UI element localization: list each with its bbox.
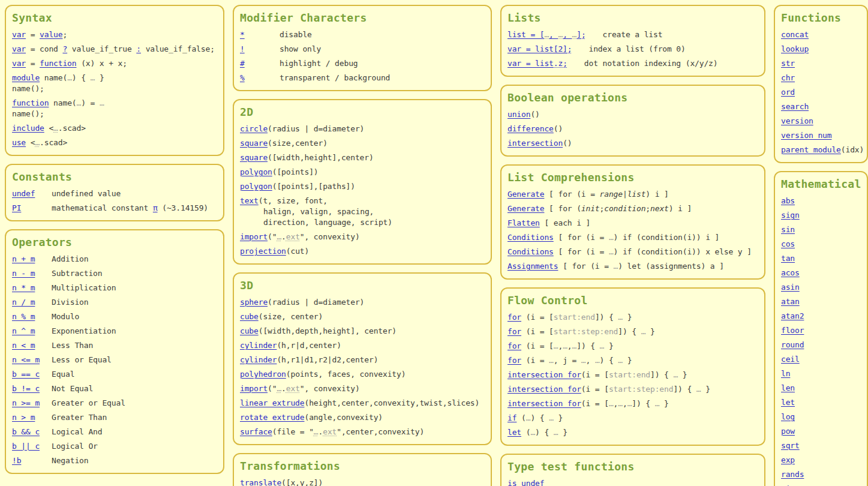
link-floor[interactable]: floor	[781, 326, 804, 335]
link-nm[interactable]: n > m	[12, 413, 35, 422]
link-intersection[interactable]: intersection	[507, 139, 563, 148]
link-list[interactable]: list = [	[507, 30, 544, 39]
link-var[interactable]: var	[12, 30, 26, 39]
link-atan[interactable]: atan	[781, 297, 800, 306]
link-nm[interactable]: n % m	[12, 312, 35, 321]
link-cylinder[interactable]: cylinder	[240, 355, 277, 364]
link-z[interactable]: .z;	[554, 59, 567, 68]
link-projection[interactable]: projection	[240, 247, 286, 256]
link-cube[interactable]: cube	[240, 326, 259, 335]
link-symbol[interactable]: ;	[567, 44, 572, 53]
link-symbol[interactable]: ?	[62, 44, 67, 53]
link-let[interactable]: let	[507, 428, 521, 437]
link-nm[interactable]: n * m	[12, 283, 35, 292]
link-symbol[interactable]: ,	[563, 30, 572, 39]
link-nm[interactable]: n ^ m	[12, 326, 35, 335]
link-pow[interactable]: pow	[781, 427, 795, 436]
link-intersection_for[interactable]: intersection_for	[507, 385, 581, 394]
link-log[interactable]: log	[781, 412, 795, 421]
link-value[interactable]: value	[40, 30, 62, 39]
link-function[interactable]: function	[40, 59, 76, 68]
link-str[interactable]: str	[781, 59, 795, 68]
link-sphere[interactable]: sphere	[240, 298, 268, 307]
link-translate[interactable]: translate	[240, 478, 281, 486]
link-text[interactable]: text	[240, 196, 259, 205]
link-import[interactable]: import	[240, 384, 268, 393]
link-symbol[interactable]: %	[240, 73, 245, 82]
link-var[interactable]: var	[12, 44, 26, 53]
link-nm[interactable]: n - m	[12, 269, 35, 278]
link-nm[interactable]: n + m	[12, 254, 35, 263]
link-intersection_for[interactable]: intersection_for	[507, 370, 581, 379]
link-lookup[interactable]: lookup	[781, 44, 809, 53]
link-if[interactable]: if	[507, 413, 516, 422]
link-for[interactable]: for	[507, 313, 521, 322]
link-rands[interactable]: rands	[781, 470, 804, 479]
link-difference[interactable]: difference	[507, 124, 554, 133]
link-square[interactable]: square	[240, 139, 268, 148]
link-len[interactable]: len	[781, 383, 795, 392]
link-nm[interactable]: n <= m	[12, 355, 40, 364]
link-union[interactable]: union	[507, 110, 530, 119]
link-symbol[interactable]: ;	[581, 30, 586, 39]
link-sin[interactable]: sin	[781, 225, 795, 234]
link-symbol[interactable]: :	[136, 44, 141, 53]
link-parent_module[interactable]: parent_module	[781, 145, 841, 154]
link-symbol[interactable]: *	[240, 30, 245, 39]
link-include[interactable]: include	[12, 124, 44, 133]
link-acos[interactable]: acos	[781, 268, 800, 277]
link-chr[interactable]: chr	[781, 73, 795, 82]
link-symbol[interactable]: !	[240, 44, 245, 53]
link-exp[interactable]: exp	[781, 455, 795, 464]
link-ln[interactable]: ln	[781, 369, 790, 378]
link-surface[interactable]: surface	[240, 427, 272, 436]
link-assignments[interactable]: Assignments	[507, 262, 558, 271]
link-pi[interactable]: PI	[12, 203, 21, 212]
link-bc[interactable]: b || c	[12, 442, 40, 451]
link-flatten[interactable]: Flatten	[507, 218, 540, 227]
link-concat[interactable]: concat	[781, 30, 809, 39]
link-sqrt[interactable]: sqrt	[781, 441, 800, 450]
link-ord[interactable]: ord	[781, 88, 795, 97]
link-b[interactable]: !b	[12, 456, 21, 465]
link-symbol[interactable]: π	[153, 203, 158, 212]
link-linear_extrude[interactable]: linear_extrude	[240, 398, 304, 407]
link-nm[interactable]: n >= m	[12, 398, 40, 407]
link-search[interactable]: search	[781, 102, 809, 111]
link-circle[interactable]: circle	[240, 124, 268, 133]
link-polygon[interactable]: polygon	[240, 182, 272, 191]
link-undef[interactable]: undef	[12, 189, 35, 198]
link-generate[interactable]: Generate	[507, 190, 544, 199]
link-version[interactable]: version	[781, 116, 813, 125]
link-module[interactable]: module	[12, 73, 40, 82]
link-conditions[interactable]: Conditions	[507, 247, 554, 256]
link-conditions[interactable]: Conditions	[507, 233, 554, 242]
link-function[interactable]: function	[12, 98, 49, 107]
link-polyhedron[interactable]: polyhedron	[240, 370, 286, 379]
link-cube[interactable]: cube	[240, 312, 259, 321]
link-use[interactable]: use	[12, 138, 26, 147]
link-generate[interactable]: Generate	[507, 204, 544, 213]
link-symbol[interactable]: ,	[549, 30, 558, 39]
link-var[interactable]: var	[12, 59, 26, 68]
link-for[interactable]: for	[507, 356, 521, 365]
link-tan[interactable]: tan	[781, 254, 795, 263]
link-bc[interactable]: b == c	[12, 370, 40, 379]
link-polygon[interactable]: polygon	[240, 167, 272, 176]
link-rotate_extrude[interactable]: rotate_extrude	[240, 413, 304, 422]
link-ceil[interactable]: ceil	[781, 355, 800, 364]
link-varlist[interactable]: var = list	[507, 59, 554, 68]
link-cylinder[interactable]: cylinder	[240, 341, 277, 350]
link-sign[interactable]: sign	[781, 211, 800, 220]
link-import[interactable]: import	[240, 232, 268, 241]
link-nm[interactable]: n / m	[12, 298, 35, 307]
link-cos[interactable]: cos	[781, 239, 795, 248]
link-abs[interactable]: abs	[781, 196, 795, 205]
link-version_num[interactable]: version_num	[781, 131, 831, 140]
link-atan2[interactable]: atan2	[781, 311, 804, 320]
link-bc[interactable]: b && c	[12, 427, 40, 436]
link-symbol[interactable]: ]	[576, 30, 581, 39]
link-intersection_for[interactable]: intersection_for	[507, 399, 581, 408]
link-nm[interactable]: n < m	[12, 341, 35, 350]
link-for[interactable]: for	[507, 327, 521, 336]
